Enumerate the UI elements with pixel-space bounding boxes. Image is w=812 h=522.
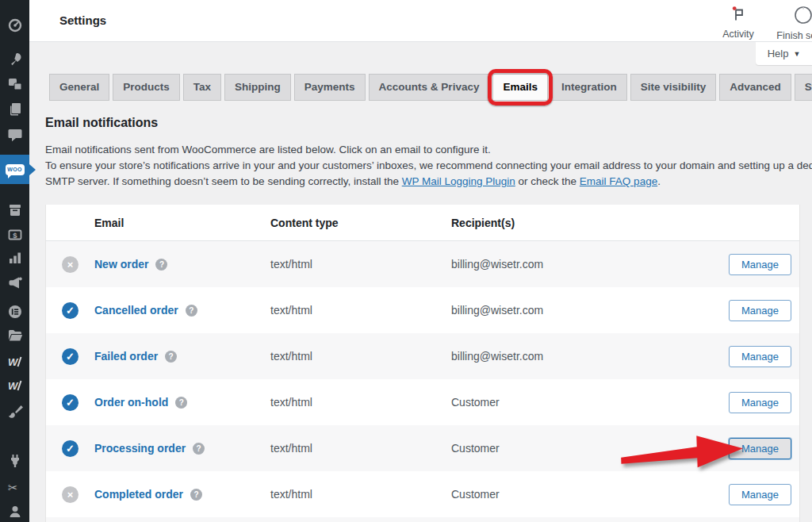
email-name-link[interactable]: Completed order <box>94 488 183 501</box>
recipient-cell: billing@wisetr.com <box>451 304 726 317</box>
email-table-row[interactable]: ✓ Order on-hold ? text/html Customer Man… <box>46 379 799 425</box>
progress-circle-icon <box>794 6 812 28</box>
manage-button[interactable]: Manage <box>729 438 791 459</box>
next-row-sliver <box>46 517 799 522</box>
woocommerce-icon: WOO <box>6 164 25 175</box>
email-table-row[interactable]: ✓ Failed order ? text/html billing@wiset… <box>46 333 799 379</box>
tab-advanced[interactable]: Advanced <box>719 74 791 101</box>
tab-emails[interactable]: Emails <box>492 74 548 101</box>
sidebar-item-pin[interactable] <box>0 46 29 73</box>
intro-line-3: SMTP server. If something doesn’t seem t… <box>45 174 812 190</box>
enabled-check-icon: ✓ <box>62 302 79 319</box>
sidebar-item-user[interactable] <box>0 498 29 522</box>
help-tooltip-icon[interactable]: ? <box>175 397 187 409</box>
svg-text:$: $ <box>13 231 17 240</box>
tab-general[interactable]: General <box>49 74 109 101</box>
manage-button[interactable]: Manage <box>729 484 791 505</box>
sidebar-item-w-slash-1[interactable]: W <box>0 348 29 375</box>
tab-payments[interactable]: Payments <box>294 74 366 101</box>
tab-tax[interactable]: Tax <box>183 74 221 101</box>
help-tooltip-icon[interactable]: ? <box>155 259 167 271</box>
finish-setup-label: Finish setup <box>776 30 812 41</box>
disabled-x-icon: × <box>62 256 79 273</box>
email-table-row[interactable]: ✓ Cancelled order ? text/html billing@wi… <box>46 287 799 333</box>
disabled-x-icon: × <box>62 486 79 503</box>
intro-line-2: To ensure your store’s notifications arr… <box>45 158 812 174</box>
manage-button[interactable]: Manage <box>729 392 791 413</box>
tab-accounts-privacy[interactable]: Accounts & Privacy <box>369 74 490 101</box>
sidebar-item-media[interactable] <box>0 71 29 98</box>
enabled-check-icon: ✓ <box>62 348 79 365</box>
tab-integration[interactable]: Integration <box>551 74 627 101</box>
email-table-row[interactable]: × Completed order ? text/html Customer M… <box>46 471 799 517</box>
dashboard-icon <box>7 17 23 33</box>
help-dropdown[interactable]: Help ▼ <box>756 42 812 65</box>
sidebar-item-scissors[interactable]: ✂ <box>0 474 29 501</box>
recipient-cell: Customer <box>451 442 726 455</box>
intro-text: Email notifications sent from WooCommerc… <box>45 142 812 190</box>
tab-products[interactable]: Products <box>113 74 180 101</box>
section-heading: Email notifications <box>45 116 158 130</box>
pages-icon <box>7 102 23 117</box>
page-title: Settings <box>59 13 106 27</box>
email-name-link[interactable]: Order on-hold <box>94 396 168 409</box>
tab-stripe[interactable]: Stripe <box>795 74 812 101</box>
content-type-cell: text/html <box>270 350 451 363</box>
enabled-check-icon: ✓ <box>62 394 79 411</box>
sidebar-item-folder[interactable] <box>0 322 29 349</box>
email-faq-link[interactable]: Email FAQ page <box>580 175 657 187</box>
finish-setup-button[interactable]: Finish setup <box>776 6 812 41</box>
email-notifications-table: Email Content type Recipient(s) × New or… <box>45 205 800 522</box>
sidebar-item-plug[interactable] <box>0 447 29 474</box>
sidebar-item-analytics[interactable] <box>0 244 29 271</box>
sidebar-item-woocommerce[interactable]: WOO <box>0 155 29 184</box>
email-name-link[interactable]: Failed order <box>94 350 158 363</box>
sidebar-item-pages[interactable] <box>0 96 29 123</box>
activity-button[interactable]: Activity <box>710 6 766 40</box>
pin-icon <box>7 52 23 67</box>
sidebar-item-w-slash-2[interactable]: W <box>0 372 29 399</box>
email-name-link[interactable]: Cancelled order <box>94 304 178 317</box>
email-name-link[interactable]: Processing order <box>94 442 186 455</box>
recipient-cell: billing@wisetr.com <box>451 258 726 271</box>
email-name-link[interactable]: New order <box>94 258 148 271</box>
manage-button[interactable]: Manage <box>729 254 791 275</box>
email-column-header: Email <box>94 217 270 229</box>
sidebar-item-megaphone[interactable] <box>0 270 29 297</box>
help-tooltip-icon[interactable]: ? <box>165 351 177 363</box>
payments-icon: $ <box>7 227 23 243</box>
plug-icon <box>7 453 23 469</box>
help-tooltip-icon[interactable]: ? <box>190 489 202 501</box>
content-type-cell: text/html <box>270 304 451 317</box>
tab-site-visibility[interactable]: Site visibility <box>630 74 717 101</box>
table-header-row: Email Content type Recipient(s) <box>46 205 799 241</box>
email-table-row[interactable]: ✓ Processing order ? text/html Customer … <box>46 425 799 471</box>
media-icon <box>7 76 23 92</box>
annotation-box <box>488 69 553 106</box>
archive-box-icon <box>7 202 23 218</box>
svg-text:✂: ✂ <box>8 481 18 494</box>
email-table-row[interactable]: × New order ? text/html billing@wisetr.c… <box>46 241 799 287</box>
sidebar-item-archive-box[interactable] <box>0 197 29 224</box>
manage-button[interactable]: Manage <box>729 346 791 367</box>
comments-icon <box>7 127 23 143</box>
intro-line-1: Email notifications sent from WooCommerc… <box>45 142 812 158</box>
content-type-cell: text/html <box>270 258 451 271</box>
sidebar-item-comments[interactable] <box>0 121 29 148</box>
tab-shipping[interactable]: Shipping <box>224 74 291 101</box>
wp-mail-logging-link[interactable]: WP Mail Logging Plugin <box>402 175 515 187</box>
w-slash-1-icon: W <box>7 354 23 370</box>
chevron-down-icon: ▼ <box>793 50 800 58</box>
help-tooltip-icon[interactable]: ? <box>193 443 205 455</box>
sidebar-item-dashboard[interactable] <box>0 12 29 39</box>
manage-button[interactable]: Manage <box>729 300 791 321</box>
activity-flag-icon <box>730 6 747 26</box>
sidebar-item-list-circle[interactable] <box>0 298 29 325</box>
content-type-column-header: Content type <box>270 217 451 229</box>
recipient-cell: billing@wisetr.com <box>451 350 726 363</box>
sidebar-item-brush[interactable] <box>0 398 29 425</box>
woocommerce-settings-screen: WOO$WW✂ Settings Activity Finish setup <box>0 0 812 522</box>
content-type-cell: text/html <box>270 442 451 455</box>
help-tooltip-icon[interactable]: ? <box>186 305 197 317</box>
brush-icon <box>7 404 23 420</box>
